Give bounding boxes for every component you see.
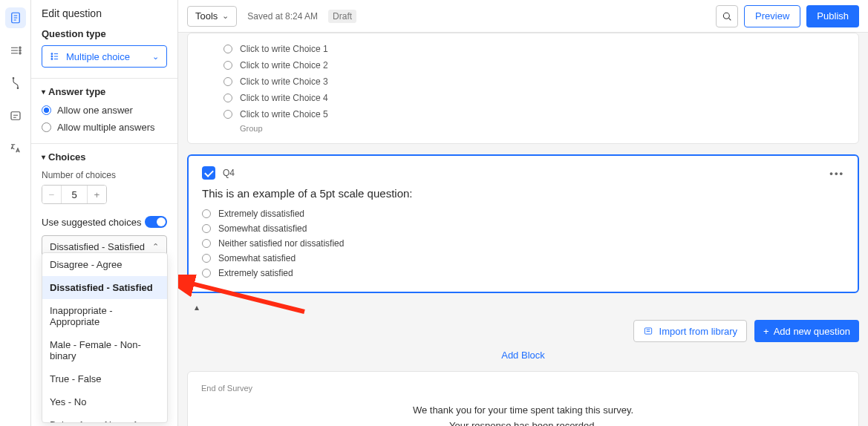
question-type-label: Question type [42,28,167,39]
preview-button[interactable]: Preview [744,5,800,27]
option-text: Extremely satisfied [218,268,293,278]
rail-options-icon[interactable] [5,105,26,126]
question-card-selected[interactable]: Q4 ••• This is an example of a 5pt scale… [187,154,859,293]
radio-empty-icon [223,77,232,86]
eos-line2: Your response has been recorded. [201,420,845,426]
edit-panel: Edit question Question type Multiple cho… [31,0,178,426]
radio-empty-icon [202,254,211,263]
chevron-up-icon: ⌃ [152,242,159,252]
choice-placeholder[interactable]: Click to write Choice 4 [223,90,846,106]
use-suggested-label: Use suggested choices [42,217,141,228]
choice-placeholder[interactable]: Click to write Choice 2 [223,57,846,73]
previous-question-card[interactable]: Click to write Choice 1Click to write Ch… [187,33,859,144]
radio-empty-icon [223,45,232,53]
dropdown-option[interactable]: Inappropriate - Appropriate [42,299,167,333]
use-suggested-toggle[interactable] [145,216,167,228]
answer-one-radio[interactable]: Allow one answer [42,105,167,116]
add-block-link[interactable]: Add Block [187,350,859,361]
choice-text: Click to write Choice 1 [240,44,328,54]
radio-empty-icon [202,239,211,248]
scale-option[interactable]: Somewhat dissatisfied [202,223,844,234]
dropdown-option[interactable]: Below Avg - Above Avg [42,413,167,423]
svg-rect-6 [11,112,20,120]
option-text: Neither satisfied nor dissatisfied [218,238,344,249]
choice-text: Click to write Choice 3 [240,76,328,87]
more-icon[interactable]: ••• [829,168,844,179]
radio-checked-icon [42,105,51,115]
stepper-value: 5 [62,186,87,203]
dropdown-option[interactable]: Dissatisfied - Satisfied [42,276,167,299]
save-status: Saved at 8:24 AM [247,11,318,22]
scale-option[interactable]: Extremely satisfied [202,268,844,278]
question-type-value: Multiple choice [66,51,130,62]
main-area: Tools Saved at 8:24 AM Draft Preview Pub… [178,0,868,426]
stepper-plus[interactable]: + [87,186,106,203]
rail-look-icon[interactable] [5,73,26,94]
chevron-down-icon: ⌄ [152,52,159,62]
plus-icon: + [763,326,769,337]
import-library-button[interactable]: Import from library [633,320,747,342]
import-label: Import from library [659,326,737,337]
library-icon [643,326,653,336]
answer-multi-label: Allow multiple answers [57,122,155,133]
dropdown-option[interactable]: Male - Female - Non-binary [42,333,167,367]
search-icon [721,10,733,22]
svg-point-7 [51,53,53,55]
radio-empty-icon [202,269,211,278]
suggested-choice-dropdown: Disagree - AgreeDissatisfied - Satisfied… [42,252,168,423]
svg-point-2 [19,50,20,51]
option-text: Somewhat dissatisfied [218,223,307,234]
end-of-survey-card[interactable]: End of Survey We thank you for your time… [187,371,859,426]
panel-title: Edit question [42,7,167,19]
scale-option[interactable]: Neither satisfied nor dissatisfied [202,238,844,249]
nav-rail [0,0,31,426]
radio-empty-icon [223,94,232,102]
option-text: Somewhat satisfied [218,253,296,263]
dropdown-option[interactable]: Disagree - Agree [42,253,167,276]
radio-empty-icon [202,224,211,233]
topbar: Tools Saved at 8:24 AM Draft Preview Pub… [178,0,868,33]
rail-survey-icon[interactable] [5,7,26,28]
scale-option[interactable]: Extremely dissatisfied [202,209,844,219]
svg-point-10 [723,13,729,19]
end-of-survey-label: End of Survey [201,384,845,393]
radio-empty-icon [223,61,232,70]
num-choices-stepper: − 5 + [42,185,107,204]
search-button[interactable] [716,5,738,27]
choice-placeholder[interactable]: Click to write Choice 5 [223,106,846,122]
choice-placeholder[interactable]: Click to write Choice 3 [223,73,846,90]
tools-label: Tools [195,10,218,22]
svg-point-1 [19,47,20,48]
suggested-choice-value: Dissatisfied - Satisfied [50,241,145,252]
choice-placeholder[interactable]: Click to write Choice 1 [223,41,846,57]
svg-point-8 [51,56,53,57]
add-question-button[interactable]: + Add new question [754,320,859,342]
radio-empty-icon [202,209,211,218]
add-question-label: Add new question [774,326,850,337]
choice-text: Click to write Choice 4 [240,93,328,103]
choice-text: Click to write Choice 2 [240,60,328,71]
tools-menu[interactable]: Tools [187,6,237,27]
question-title[interactable]: This is an example of a 5pt scale questi… [202,187,844,200]
draft-badge: Draft [328,10,356,23]
rail-translate-icon[interactable] [5,138,26,159]
answer-multi-radio[interactable]: Allow multiple answers [42,122,167,133]
radio-empty-icon [223,110,232,119]
stepper-minus[interactable]: − [42,186,62,203]
collapse-toggle[interactable]: ▴ [195,302,859,312]
svg-point-9 [51,59,53,60]
question-type-dropdown[interactable]: Multiple choice ⌄ [42,45,167,68]
rail-flow-icon[interactable] [5,40,26,61]
scale-option[interactable]: Somewhat satisfied [202,253,844,263]
dropdown-option[interactable]: True - False [42,367,167,390]
svg-point-3 [19,53,20,54]
eos-line1: We thank you for your time spent taking … [201,404,845,416]
choice-text: Click to write Choice 5 [240,109,328,119]
choices-header[interactable]: Choices [42,151,167,163]
publish-button[interactable]: Publish [806,5,859,27]
question-id: Q4 [223,168,235,178]
dropdown-option[interactable]: Yes - No [42,390,167,413]
question-selected-checkbox[interactable] [202,166,215,180]
answer-type-header[interactable]: Answer type [42,86,167,97]
content-scroll[interactable]: Click to write Choice 1Click to write Ch… [178,33,868,426]
